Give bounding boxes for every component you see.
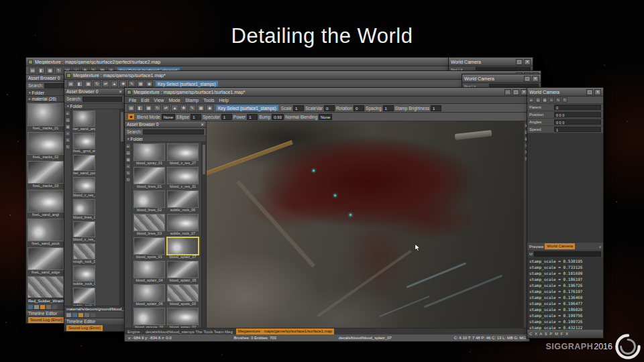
- asset-thumbnail[interactable]: blood_splatz_06: [133, 284, 165, 306]
- console-input[interactable]: [534, 251, 601, 257]
- move-icon[interactable]: ✚: [180, 105, 187, 111]
- grid-icon[interactable]: ▦: [137, 80, 144, 87]
- titlebar[interactable]: Megatexture : maps/game/sp/surface1/surf…: [125, 88, 529, 97]
- scrollbar[interactable]: [119, 109, 124, 306]
- menu-item[interactable]: Help: [219, 98, 228, 103]
- new-icon[interactable]: ▤: [67, 80, 74, 87]
- asset-thumbnail[interactable]: fiveL_sand_pock: [28, 219, 64, 246]
- refresh-icon[interactable]: ↻: [562, 97, 568, 103]
- grid-icon[interactable]: ▦: [197, 105, 205, 111]
- list-view-icon[interactable]: ▤: [65, 117, 70, 123]
- status-chip[interactable]: [52, 305, 57, 309]
- maximize-button[interactable]: ▢: [524, 76, 531, 82]
- grid-view-icon[interactable]: ▦: [65, 124, 70, 129]
- camera-icon[interactable]: ◉: [206, 105, 213, 111]
- asset-thumbnail[interactable]: blood_lines_02: [133, 190, 165, 213]
- asset-thumbnail[interactable]: fiveL_grnd_step: [73, 133, 95, 154]
- panel-close-icon[interactable]: ✕: [119, 89, 122, 94]
- maximize-button[interactable]: ▢: [586, 89, 593, 95]
- asset-thumbnail[interactable]: blood_lines_04: [73, 199, 95, 220]
- save-icon[interactable]: ▦: [85, 80, 92, 87]
- asset-thumbnail[interactable]: tier_sand_angl: [73, 111, 95, 131]
- filter-icon[interactable]: ▸: [125, 143, 131, 149]
- redo-icon[interactable]: ⇄: [162, 105, 170, 111]
- camera-setting-value[interactable]: 1: [554, 127, 601, 132]
- folder-row[interactable]: ▾ Folder: [125, 136, 206, 142]
- status-chip[interactable]: [40, 305, 45, 309]
- status-chip[interactable]: [34, 305, 39, 309]
- camera-setting-value[interactable]: 0: [554, 105, 601, 110]
- close-button[interactable]: ✕: [524, 59, 531, 65]
- field-input[interactable]: 1: [431, 105, 441, 111]
- new-icon[interactable]: ▤: [127, 105, 135, 111]
- asset-thumbnail[interactable]: subtle_rock_08: [73, 288, 95, 306]
- save-icon[interactable]: ▦: [46, 67, 54, 74]
- sound-log-error-chip[interactable]: Sound Log (Error): [28, 317, 64, 323]
- scrollbar[interactable]: [201, 142, 206, 328]
- asset-thumbnail[interactable]: tier_sand_pock: [73, 155, 95, 176]
- asset-thumbnail[interactable]: fiveL_sand_angl: [28, 190, 64, 217]
- key-select-chip[interactable]: Key Select (surface1_stamps): [215, 105, 279, 111]
- list-view-icon[interactable]: ▤: [125, 150, 131, 156]
- add-icon[interactable]: +: [65, 131, 70, 136]
- open-icon[interactable]: ◧: [38, 67, 45, 74]
- preview-close-icon[interactable]: x: [599, 245, 601, 249]
- titlebar[interactable]: World Camera ▢ ✕: [449, 58, 533, 66]
- camera-setting-value[interactable]: 0 0 0: [554, 119, 601, 125]
- field-input[interactable]: None: [319, 114, 332, 120]
- stamp-scale-log[interactable]: stamp_scale = 0.530195 stamp_scale = 0.7…: [527, 257, 603, 330]
- paint-icon[interactable]: ✎: [128, 80, 136, 87]
- asset-thumbnail[interactable]: blood_groups_01: [133, 308, 165, 328]
- asset-thumbnail[interactable]: blood_spots_03: [167, 284, 199, 306]
- field-input[interactable]: 1: [247, 114, 258, 120]
- asset-thumbnail[interactable]: blood_v_res_27: [167, 143, 199, 166]
- list-view-icon[interactable]: ▤: [535, 97, 541, 103]
- asset-thumbnail[interactable]: blood_spray_01: [133, 143, 165, 166]
- save-icon[interactable]: ▦: [145, 105, 152, 111]
- add-icon[interactable]: +: [549, 97, 554, 103]
- field-input[interactable]: 1: [191, 114, 201, 120]
- filter-icon[interactable]: ▸: [529, 97, 534, 103]
- asset-thumbnail[interactable]: blood_splatz_05: [167, 261, 199, 283]
- panel-header[interactable]: Asset Browser 0 ✕: [64, 88, 124, 95]
- asset-thumbnail[interactable]: fiveL_tracks_03: [28, 161, 64, 188]
- refresh-icon[interactable]: ↻: [65, 144, 70, 149]
- megatexture-chip[interactable]: Megatexture : maps/game/sp/surface1/surf…: [236, 328, 334, 335]
- grid-view-icon[interactable]: ▦: [125, 157, 131, 162]
- asset-thumbnail[interactable]: fiveL_sand_edge: [28, 247, 64, 275]
- field-input[interactable]: None: [162, 114, 175, 120]
- field-input[interactable]: 1: [221, 114, 232, 120]
- select-icon[interactable]: ▲: [171, 105, 178, 111]
- key-select-chip[interactable]: Key Select (surface1_stamps): [155, 80, 219, 87]
- filter-icon[interactable]: ▸: [65, 111, 70, 116]
- edit-icon[interactable]: ✎: [65, 137, 70, 143]
- asset-thumbnail[interactable]: fiveL_sand_wisp: [28, 276, 64, 298]
- asset-thumbnail[interactable]: blood_splatz_04: [133, 261, 165, 283]
- asset-thumbnail[interactable]: blood_spots_01: [133, 237, 165, 259]
- refresh-icon[interactable]: ↻: [125, 177, 131, 182]
- undo-icon[interactable]: ↻: [154, 105, 161, 111]
- add-icon[interactable]: +: [125, 164, 131, 169]
- undo-icon[interactable]: ↻: [55, 67, 62, 74]
- menu-item[interactable]: Mode: [168, 98, 180, 103]
- open-icon[interactable]: ◧: [76, 80, 83, 87]
- panel-close-icon[interactable]: ✕: [201, 122, 204, 127]
- sound-log-error-chip[interactable]: Sound Log (Error): [66, 325, 103, 331]
- preview-camera-chip[interactable]: World Camera: [545, 243, 575, 249]
- menu-item[interactable]: Stamp: [185, 98, 199, 103]
- menu-item[interactable]: View: [154, 98, 164, 103]
- search-input[interactable]: [83, 97, 122, 102]
- status-chip[interactable]: [72, 313, 77, 317]
- menu-item[interactable]: File: [129, 98, 136, 103]
- field-input[interactable]: 0: [324, 105, 335, 111]
- asset-thumbnail[interactable]: fiveL_tracks_01: [28, 103, 64, 131]
- asset-thumbnail[interactable]: blood_v_res_31: [167, 167, 199, 189]
- asset-thumbnail[interactable]: blood_v_res_27: [73, 177, 95, 198]
- undo-icon[interactable]: ↻: [93, 80, 101, 87]
- asset-thumbnail[interactable]: fiveL_tracks_02: [28, 132, 64, 160]
- close-button[interactable]: ✕: [532, 76, 539, 82]
- status-chip[interactable]: [46, 305, 51, 309]
- status-chip[interactable]: [28, 305, 33, 309]
- edit-icon[interactable]: ✎: [555, 97, 561, 103]
- status-chip[interactable]: [66, 313, 71, 317]
